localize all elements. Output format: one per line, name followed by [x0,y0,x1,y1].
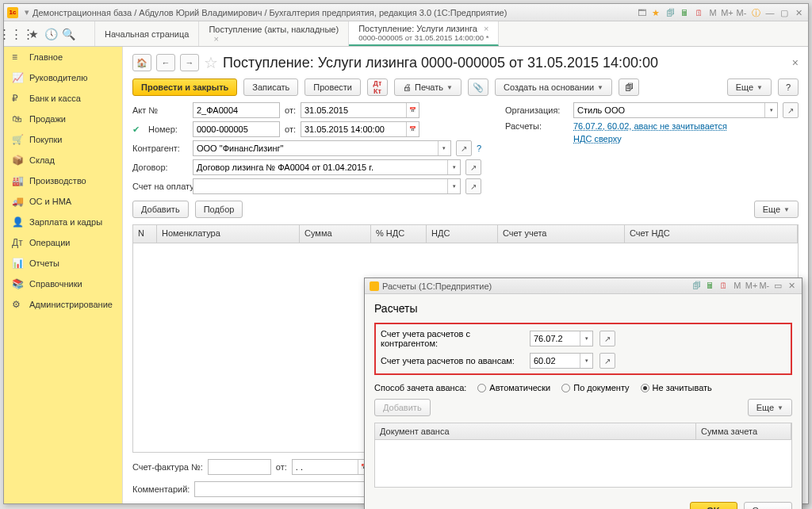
more-button[interactable]: Еще▼ [727,78,772,96]
act-no-input[interactable]: 2_ФА0004 [193,102,280,118]
apps-icon[interactable]: ⋮⋮⋮ [9,27,23,41]
sidebar-item-reports[interactable]: 📊Отчеты [4,253,122,274]
cal-icon[interactable]: 🗓 [692,7,705,18]
favorite-star-icon[interactable]: ☆ [204,53,218,72]
col-advance-doc[interactable]: Документ аванса [375,423,696,439]
mminus-icon[interactable]: M- [735,7,748,18]
content-close-icon[interactable]: × [792,56,799,69]
number-date-input[interactable]: 31.05.2015 14:00:00📅 [301,121,419,137]
sidebar-item-warehouse[interactable]: 📦Склад [4,150,122,170]
advance-doc-radio[interactable]: По документу [561,383,629,392]
sidebar-item-assets[interactable]: 🚚ОС и НМА [4,191,122,212]
m-icon[interactable]: M [707,7,719,18]
extra-button[interactable]: 🗐 [619,78,639,96]
history-icon[interactable]: 🕔 [44,27,58,41]
save-button[interactable]: Записать [243,78,298,96]
modal-more-button[interactable]: Еще▼ [748,399,792,416]
col-vat-account[interactable]: Счет НДС [625,225,798,243]
col-item[interactable]: Номенклатура [157,225,300,243]
sidebar-item-salary[interactable]: 👤Зарплата и кадры [4,212,122,232]
back-button[interactable]: ← [156,54,175,71]
number-input[interactable]: 0000-000005 [193,121,280,137]
ok-button[interactable]: OK [690,502,737,509]
sidebar-item-production[interactable]: 🏭Производство [4,170,122,191]
chevron-down-icon[interactable]: ▾ [438,141,450,155]
open-button[interactable]: ↗ [783,102,799,118]
sf-date-input[interactable]: . .📅 [292,459,371,475]
sidebar-item-sales[interactable]: 🛍Продажи [4,109,122,129]
org-input[interactable]: Стиль ООО▾ [573,102,778,118]
open-button[interactable]: ↗ [599,353,615,369]
sidebar-item-admin[interactable]: ⚙Администрирование [4,294,122,315]
open-button[interactable]: ↗ [465,178,481,194]
help-link[interactable]: ? [477,144,481,153]
sf-number-input[interactable] [208,459,271,475]
modal-minimize-icon[interactable]: ▭ [772,281,783,291]
invoice-input[interactable]: ▾ [193,178,461,194]
maximize-icon[interactable]: ▢ [778,7,791,18]
minimize-icon[interactable]: — [764,7,776,18]
col-n[interactable]: N [133,225,157,243]
col-account[interactable]: Счет учета [498,225,625,243]
print-button[interactable]: 🖨Печать▼ [394,78,462,96]
sidebar-item-manager[interactable]: 📈Руководителю [4,67,122,88]
calc-icon[interactable]: 🖩 [678,7,691,18]
attach-button[interactable]: 📎 [468,78,488,96]
star-icon[interactable]: ★ [26,27,40,41]
counterparty-input[interactable]: ООО "ФинансЛизинг"▾ [193,140,451,156]
mminus-icon[interactable]: M- [759,281,770,290]
forward-button[interactable]: → [180,54,199,71]
cal-icon[interactable]: 🗓 [718,281,730,290]
sidebar-item-bank[interactable]: ₽Банк и касса [4,88,122,109]
help-button[interactable]: ? [778,78,799,96]
chevron-down-icon[interactable]: ▾ [764,103,777,117]
cancel-button[interactable]: Отмена [744,502,792,509]
advance-auto-radio[interactable]: Автоматически [477,383,550,392]
tool-icon[interactable]: 🗔 [635,7,648,18]
info-icon[interactable]: ⓘ [749,7,762,18]
acc1-input[interactable]: 76.07.2▾ [530,331,593,346]
sidebar-item-operations[interactable]: ДтОперации [4,232,122,253]
create-based-button[interactable]: Создать на основании▼ [495,78,612,96]
calendar-icon[interactable]: 📅 [406,122,419,136]
open-button[interactable]: ↗ [456,140,472,156]
fav-icon[interactable]: ★ [649,7,662,18]
contract-input[interactable]: Договор лизинга № ФА0004 от 01.04.2015 г… [193,159,461,175]
chevron-down-icon[interactable]: ▾ [580,354,592,368]
back-icon[interactable]: ▾ [21,7,33,18]
sidebar-item-main[interactable]: ≡Главное [4,47,122,67]
act-date-input[interactable]: 31.05.2015📅 [301,102,419,118]
acc2-input[interactable]: 60.02▾ [530,353,593,369]
add-row-button[interactable]: Добавить [132,201,189,218]
tab-close-icon[interactable]: × [213,34,339,44]
modal-table-body[interactable] [374,440,792,488]
col-sum[interactable]: Сумма [300,225,371,243]
mplus-icon[interactable]: M+ [721,7,733,18]
tab-home[interactable]: Начальная страница [95,21,199,46]
calendar-icon[interactable]: 📅 [406,103,419,117]
chevron-down-icon[interactable]: ▾ [447,179,460,193]
m-icon[interactable]: M [732,281,743,290]
post-button[interactable]: Провести [304,78,361,96]
sidebar-item-references[interactable]: 📚Справочники [4,274,122,294]
chevron-down-icon[interactable]: ▾ [447,160,460,174]
col-offset-sum[interactable]: Сумма зачета [696,423,791,439]
table-more-button[interactable]: Еще▼ [754,201,799,218]
open-button[interactable]: ↗ [465,159,481,175]
post-close-button[interactable]: Провести и закрыть [132,78,237,96]
col-vat[interactable]: НДС [427,225,498,243]
close-icon[interactable]: ✕ [792,7,805,18]
tab-receipts[interactable]: Поступление (акты, накладные) × [199,21,349,46]
mplus-icon[interactable]: M+ [745,281,756,290]
advance-none-radio[interactable]: Не зачитывать [641,383,712,392]
dtkt-button[interactable]: ДтКт [367,78,388,96]
modal-add-button[interactable]: Добавить [374,399,431,416]
tab-current-doc[interactable]: Поступление: Услуги лизинга × 0000-00000… [349,21,499,46]
chevron-down-icon[interactable]: ▾ [580,331,592,346]
calc-link[interactable]: 76.07.2, 60.02, аванс не зачитывается [573,121,727,131]
sidebar-item-purchases[interactable]: 🛒Покупки [4,129,122,150]
calc-icon[interactable]: 🖩 [705,281,716,290]
select-button[interactable]: Подбор [195,201,243,218]
home-button[interactable]: 🏠 [132,54,151,71]
clip-icon[interactable]: 🗐 [664,7,676,18]
